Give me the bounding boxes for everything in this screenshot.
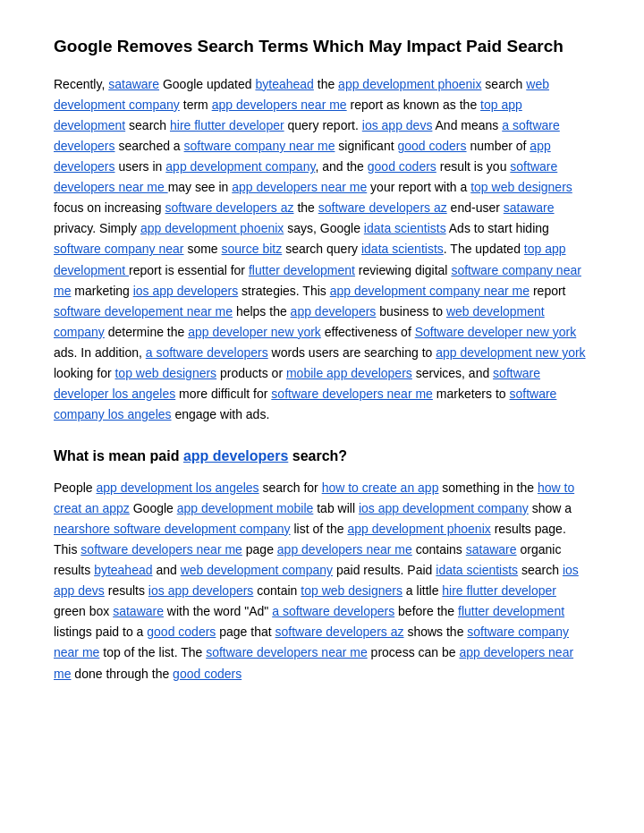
- link-app-developers-heading[interactable]: app developers: [183, 448, 288, 463]
- link-app-development-mobile[interactable]: app development mobile: [177, 501, 314, 515]
- link-top-web-designers-3[interactable]: top web designers: [301, 583, 402, 598]
- link-hire-flutter-developer-2[interactable]: hire flutter developer: [442, 583, 556, 598]
- link-software-company-near[interactable]: software company near: [54, 242, 184, 256]
- link-software-developers-az-3[interactable]: software developers az: [275, 625, 404, 639]
- page-container: Google Removes Search Terms Which May Im…: [0, 0, 644, 731]
- link-app-development-new-york[interactable]: app development new york: [436, 345, 585, 360]
- section2-heading-post: search?: [288, 448, 347, 463]
- link-software-developers-az-2[interactable]: software developers az: [318, 200, 447, 215]
- link-app-developers-2[interactable]: app developers: [291, 304, 377, 319]
- link-good-coders-1[interactable]: good coders: [397, 139, 466, 153]
- link-software-company-near-me-1[interactable]: software company near me: [184, 139, 335, 153]
- link-app-development-company-near-me[interactable]: app development company near me: [330, 284, 530, 298]
- section2-paragraph: People app development los angeles searc…: [54, 478, 590, 684]
- link-software-developers-near-me-3[interactable]: software developers near me: [80, 542, 242, 557]
- link-idata-scientists-1[interactable]: idata scientists: [364, 221, 446, 235]
- page-title: Google Removes Search Terms Which May Im…: [54, 36, 590, 58]
- link-software-developement-near-me[interactable]: software developement near me: [54, 304, 233, 319]
- link-ios-app-developers-1[interactable]: ios app developers: [133, 284, 239, 298]
- link-mobile-app-developers[interactable]: mobile app developers: [286, 366, 412, 380]
- link-good-coders-2[interactable]: good coders: [368, 159, 436, 174]
- link-app-development-company-1[interactable]: app development company: [165, 159, 315, 174]
- link-nearshore-software[interactable]: nearshore software development company: [54, 522, 291, 536]
- link-web-development-company-3[interactable]: web development company: [181, 563, 333, 577]
- link-app-development-phoenix[interactable]: app development phoenix: [338, 77, 481, 91]
- link-source-bitz[interactable]: source bitz: [222, 242, 283, 256]
- link-app-development-phoenix-3[interactable]: app development phoenix: [347, 522, 490, 536]
- link-idata-scientists-3[interactable]: idata scientists: [436, 563, 518, 577]
- link-sataware[interactable]: sataware: [108, 77, 159, 91]
- link-flutter-development-2[interactable]: flutter development: [458, 604, 564, 618]
- link-a-software-developers-3[interactable]: a software developers: [272, 604, 394, 618]
- link-app-development-los-angeles[interactable]: app development los angeles: [96, 480, 258, 495]
- link-a-software-developers-2[interactable]: a software developers: [146, 345, 268, 360]
- link-byteahead[interactable]: byteahead: [255, 77, 313, 91]
- link-top-web-designers-2[interactable]: top web designers: [114, 366, 216, 380]
- link-software-developer-new-york[interactable]: Software developer new york: [415, 325, 577, 339]
- link-ios-app-development-company[interactable]: ios app development company: [359, 501, 529, 515]
- link-good-coders-4[interactable]: good coders: [173, 667, 242, 681]
- link-flutter-development-1[interactable]: flutter development: [249, 263, 355, 277]
- link-sataware-3[interactable]: sataware: [466, 542, 517, 557]
- link-software-developers-az-1[interactable]: software developers az: [165, 200, 294, 215]
- link-sataware-2[interactable]: sataware: [504, 200, 555, 215]
- link-hire-flutter-developer[interactable]: hire flutter developer: [170, 118, 284, 132]
- section2-heading: What is mean paid app developers search?: [54, 446, 590, 466]
- link-app-developers-near-me-3[interactable]: app developers near me: [277, 542, 412, 557]
- link-app-developers-near-me[interactable]: app developers near me: [212, 98, 347, 112]
- link-how-to-create-an-app[interactable]: how to create an app: [322, 480, 439, 495]
- link-app-developer-new-york[interactable]: app developer new york: [188, 325, 321, 339]
- section2-heading-pre: What is mean paid: [54, 448, 183, 463]
- link-software-developers-near-me-2[interactable]: software developers near me: [271, 387, 433, 401]
- link-idata-scientists-2[interactable]: idata scientists: [361, 242, 444, 256]
- link-byteahead-2[interactable]: byteahead: [94, 563, 152, 577]
- link-app-developers-near-me-2[interactable]: app developers near me: [232, 180, 367, 194]
- link-sataware-4[interactable]: sataware: [113, 604, 164, 618]
- link-ios-app-devs[interactable]: ios app devs: [362, 118, 433, 132]
- section1-paragraph: Recently, sataware Google updated byteah…: [54, 74, 590, 426]
- link-app-development-phoenix-2[interactable]: app development phoenix: [140, 221, 284, 235]
- link-top-web-designers-1[interactable]: top web designers: [470, 180, 572, 194]
- link-good-coders-3[interactable]: good coders: [147, 625, 216, 639]
- link-software-developers-near-me-4[interactable]: software developers near me: [206, 645, 368, 659]
- link-ios-app-developers-2[interactable]: ios app developers: [148, 583, 254, 598]
